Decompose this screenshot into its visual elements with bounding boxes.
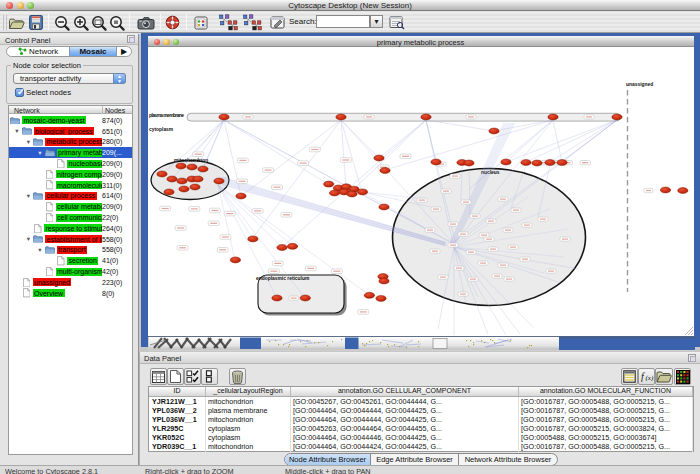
svg-text:f: f [641,371,645,382]
svg-text:cytoplasm: cytoplasm [149,127,174,132]
svg-text:unassigned: unassigned [626,82,653,87]
svg-text:endoplasmic reticulum: endoplasmic reticulum [256,276,310,281]
svg-text:plasma membrane: plasma membrane [149,113,184,118]
svg-text:(x): (x) [645,374,653,382]
